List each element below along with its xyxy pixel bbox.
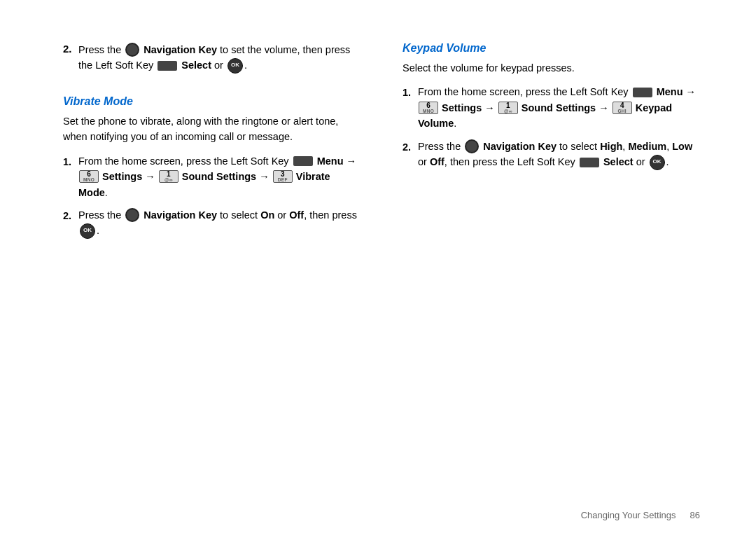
right-column: Keypad Volume Select the volume for keyp… bbox=[402, 42, 700, 512]
nav-key-icon-2 bbox=[125, 208, 139, 222]
soft-key-icon-r bbox=[580, 158, 599, 167]
vibrate-steps-list: 1. From the home screen, press the Left … bbox=[63, 153, 360, 240]
kstep-1-text: From the home screen, press the Left Sof… bbox=[418, 84, 700, 131]
nav-key-label-r: Navigation Key bbox=[483, 141, 556, 152]
select-label-r: Select bbox=[603, 156, 634, 167]
nav-key-label-2: Navigation Key bbox=[144, 209, 217, 221]
keypad-key-icon: 4GHI bbox=[612, 102, 632, 114]
step-2-number: 2. bbox=[63, 207, 78, 223]
step-number: 2. bbox=[63, 42, 78, 55]
step-2-text: Press the Navigation Key to select On or… bbox=[78, 207, 360, 240]
vibrate-mode-body: Set the phone to vibrate, along with the… bbox=[63, 113, 360, 145]
keypad-steps-list: 1. From the home screen, press the Left … bbox=[402, 84, 700, 170]
settings-key-icon: 6MNO bbox=[79, 170, 99, 183]
left-soft-key-icon bbox=[293, 156, 313, 166]
high-label: High bbox=[600, 141, 622, 152]
low-label: Low bbox=[672, 141, 692, 152]
step-1-text: From the home screen, press the Left Sof… bbox=[78, 153, 360, 200]
footer-page-number: 86 bbox=[690, 510, 700, 520]
settings-key-icon-r: 6MNO bbox=[419, 102, 438, 114]
ok-key-icon: OK bbox=[227, 58, 243, 74]
page-footer: Changing Your Settings 86 bbox=[581, 510, 700, 520]
medium-label: Medium bbox=[628, 141, 666, 152]
footer-section-label: Changing Your Settings bbox=[581, 510, 676, 520]
nav-key-label: Navigation Key bbox=[144, 44, 217, 55]
sound-key-icon-r: 1@∞ bbox=[498, 102, 518, 114]
vibrate-step-1: 1. From the home screen, press the Left … bbox=[63, 153, 360, 200]
nav-key-icon bbox=[125, 43, 139, 57]
kstep-2-number: 2. bbox=[402, 139, 418, 155]
step-text: Press the Navigation Key to set the volu… bbox=[78, 42, 360, 74]
menu-label-r: Menu bbox=[657, 86, 683, 97]
page-content: 2. Press the Navigation Key to set the v… bbox=[0, 0, 756, 540]
sound-key-icon: 1@∞ bbox=[159, 170, 178, 183]
keypad-section: Keypad Volume Select the volume for keyp… bbox=[402, 42, 700, 171]
keypad-step-1: 1. From the home screen, press the Left … bbox=[402, 84, 700, 131]
left-soft-key-icon-r bbox=[633, 88, 652, 97]
step-1-number: 1. bbox=[63, 153, 78, 169]
sound-label: Sound Settings bbox=[182, 171, 256, 182]
ok-key-icon-2: OK bbox=[80, 223, 95, 239]
select-label: Select bbox=[181, 60, 211, 71]
settings-label-r: Settings bbox=[442, 102, 482, 113]
menu-label: Menu bbox=[317, 155, 344, 167]
left-column: 2. Press the Navigation Key to set the v… bbox=[63, 42, 360, 512]
vibrate-key-icon: 3DEF bbox=[273, 170, 293, 183]
keypad-volume-intro: Select the volume for keypad presses. bbox=[402, 60, 700, 76]
vibrate-mode-title: Vibrate Mode bbox=[63, 95, 360, 108]
soft-key-icon bbox=[158, 61, 177, 71]
sound-label-r: Sound Settings bbox=[522, 102, 596, 113]
top-intro-item: 2. Press the Navigation Key to set the v… bbox=[63, 42, 360, 74]
off-label-r: Off bbox=[430, 156, 444, 167]
vibrate-step-2: 2. Press the Navigation Key to select On… bbox=[63, 207, 360, 240]
on-label: On bbox=[260, 209, 274, 221]
ok-key-icon-r: OK bbox=[650, 155, 665, 170]
vibrate-section: Vibrate Mode Set the phone to vibrate, a… bbox=[63, 95, 360, 240]
off-label: Off bbox=[289, 209, 304, 221]
keypad-volume-title: Keypad Volume bbox=[402, 42, 700, 55]
settings-label: Settings bbox=[102, 171, 142, 182]
kstep-1-number: 1. bbox=[402, 84, 418, 100]
keypad-step-2: 2. Press the Navigation Key to select Hi… bbox=[402, 139, 700, 171]
nav-key-icon-r bbox=[465, 139, 479, 153]
kstep-2-text: Press the Navigation Key to select High,… bbox=[418, 139, 700, 171]
